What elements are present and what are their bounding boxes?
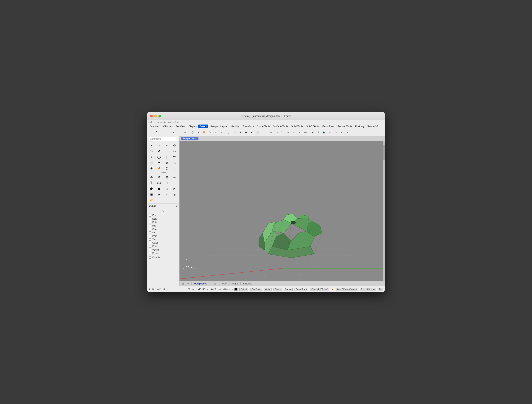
tb-extend-icon[interactable]: ⇥	[274, 130, 279, 135]
vp-tab-front[interactable]: Front	[221, 282, 228, 285]
tb-snap2-icon[interactable]: ⌖	[339, 130, 344, 135]
tb-blend-icon[interactable]: ⌒	[279, 130, 285, 135]
auto-cplane-btn[interactable]: Auto CPlane (Object)	[336, 288, 358, 291]
tb-snap-icon[interactable]: ⊕	[232, 130, 237, 135]
gumball-btn[interactable]: Gumball (CPlane)	[310, 288, 329, 291]
osnap-knot-checkbox[interactable]	[149, 245, 151, 247]
vp-tab-perspective[interactable]: Perspective	[193, 282, 208, 285]
vp-tab-layouts[interactable]: Layouts...	[242, 282, 254, 285]
tool-box-icon[interactable]: ⬜	[148, 160, 155, 165]
tb-arrow-icon[interactable]: ↗	[219, 130, 224, 135]
tb-cursor-icon[interactable]: ⊹	[148, 130, 153, 135]
record-history-btn[interactable]: Record History	[360, 288, 376, 291]
vp-tab-grid-icon[interactable]: ⊞	[181, 282, 184, 285]
menu-visibility[interactable]: Visibility	[229, 125, 241, 128]
tool-flow-icon[interactable]: ⤳	[171, 180, 178, 186]
default-layer[interactable]: Default	[239, 288, 248, 291]
tb-text-icon[interactable]: T	[297, 130, 302, 135]
tool-freeform-icon[interactable]: 〜	[171, 154, 178, 159]
vp-tab-top[interactable]: Top	[212, 282, 217, 285]
menu-mesh-tools[interactable]: Mesh Tools	[320, 125, 336, 128]
tool-gumball-icon[interactable]: ⊙	[148, 174, 155, 180]
menu-standard[interactable]: Standard	[148, 125, 162, 128]
tool-sub-icon[interactable]: ⊸	[156, 192, 162, 197]
tb-fillet-icon[interactable]: ⌣	[285, 130, 291, 135]
command-input[interactable]	[149, 137, 178, 141]
tool-rotate-icon[interactable]: ↻	[148, 148, 155, 154]
tb-grid-icon[interactable]: ⊞	[196, 130, 201, 135]
menu-surface-tools[interactable]: Surface Tools	[272, 125, 290, 128]
tb-offset-icon[interactable]: ⊂	[291, 130, 297, 135]
vp-tab-right[interactable]: Right	[232, 282, 238, 285]
menu-curve-tools[interactable]: Curve Tools	[255, 125, 271, 128]
tool-ellipse-icon[interactable]: ◯	[156, 154, 162, 159]
color-swatch[interactable]	[234, 288, 237, 290]
tb-dim-icon[interactable]: ⟺	[303, 130, 308, 135]
tb-trim-icon[interactable]: ✂	[268, 130, 273, 135]
tool-curve-icon[interactable]: ∫	[164, 154, 170, 159]
tool-array-icon[interactable]: ⊞	[164, 174, 170, 180]
planar-btn[interactable]: Planar	[273, 288, 282, 291]
tb-camera-icon[interactable]: 📷	[322, 130, 327, 135]
tool-nurbs-icon[interactable]: ⬡	[171, 143, 178, 148]
osnap-perp-checkbox[interactable]	[149, 235, 151, 237]
tool-cage-icon[interactable]: ⬢	[156, 186, 162, 191]
tool-pan-icon[interactable]: ✥	[156, 148, 162, 154]
ortho-btn[interactable]: Ortho	[264, 288, 272, 291]
scrollbar-vertical[interactable]	[383, 141, 385, 281]
tool-mirror-icon[interactable]: ⇌	[171, 174, 178, 180]
osnap-int-checkbox[interactable]	[149, 231, 151, 234]
filt-btn[interactable]: Filt	[378, 288, 383, 291]
menu-subd-tools[interactable]: SubD Tools	[305, 125, 320, 128]
tool-arc-icon[interactable]: ⌒	[164, 148, 170, 154]
menu-drafting[interactable]: Drafting	[354, 125, 366, 128]
tb-light-icon[interactable]: ☀	[316, 130, 321, 135]
menu-render-tools[interactable]: Render Tools	[336, 125, 354, 128]
menu-select[interactable]: Select	[198, 125, 208, 128]
tb-box-icon[interactable]: ⬜	[255, 130, 260, 135]
menu-new-v8[interactable]: New in V8	[365, 125, 380, 128]
cplane-label[interactable]: CPlane	[188, 288, 194, 290]
menu-setview[interactable]: Set View	[174, 125, 187, 128]
tb-render-icon[interactable]: ◐	[310, 130, 315, 135]
tb-filter-icon[interactable]: ⊿	[160, 130, 165, 135]
osnap-disable-checkbox[interactable]	[149, 256, 151, 259]
tool-3d-icon[interactable]: ⬟	[148, 186, 155, 191]
tb-more-icon[interactable]: »	[344, 130, 350, 135]
close-button[interactable]	[150, 115, 153, 117]
grid-snap-btn[interactable]: Grid Snap	[250, 288, 262, 291]
tool-grid3-icon[interactable]: ⊞	[164, 186, 170, 191]
tool-sphere-icon[interactable]: ●	[156, 160, 162, 165]
tool-polygon-icon[interactable]: △	[164, 143, 170, 148]
osnap-btn[interactable]: Osnap	[284, 288, 293, 291]
viewport-canvas[interactable]: z y x	[179, 141, 385, 281]
osnap-mid-checkbox[interactable]	[149, 225, 151, 227]
tool-snap3-icon[interactable]: ⊕	[156, 174, 162, 180]
maximize-button[interactable]	[158, 115, 161, 117]
osnap-near-checkbox[interactable]	[149, 218, 151, 220]
menu-solid-tools[interactable]: Solid Tools	[290, 125, 305, 128]
tb-solid-icon[interactable]: ⬟	[243, 130, 249, 135]
tool-taper-icon[interactable]: ▿	[171, 166, 178, 171]
tool-view-icon[interactable]: ⊡	[148, 192, 155, 197]
tool-paint-icon[interactable]: 🖌	[148, 197, 155, 203]
osnap-vertex-checkbox[interactable]	[149, 249, 151, 251]
tb-lines-icon[interactable]: ≡	[171, 130, 177, 135]
tool-explode-icon[interactable]: ✳	[148, 166, 155, 171]
tool-flame-icon[interactable]: 🔥	[156, 166, 162, 171]
osnap-tan-checkbox[interactable]	[149, 238, 151, 241]
menu-cplanes[interactable]: CPlanes	[162, 125, 174, 128]
tb-search-icon[interactable]: 🔍	[327, 130, 333, 135]
tool-dim2-icon[interactable]: ⟺	[156, 180, 162, 186]
tool-analysis-icon[interactable]: ⊿	[171, 192, 178, 197]
menu-viewport-layout[interactable]: Viewport Layout	[208, 125, 229, 128]
tb-points-icon[interactable]: ∷	[213, 130, 218, 135]
osnap-end-checkbox[interactable]	[149, 214, 151, 216]
tb-curve-icon[interactable]: ∫	[226, 130, 232, 135]
osnap-settings-icon[interactable]: ⚙	[176, 204, 178, 207]
tb-grid2-icon[interactable]: ⊞	[333, 130, 338, 135]
osnap-project-checkbox[interactable]	[149, 252, 151, 254]
tool-circle-icon[interactable]: ○	[148, 154, 155, 159]
menu-transform[interactable]: Transform	[241, 125, 255, 128]
tool-cone-icon[interactable]: △	[171, 160, 178, 165]
